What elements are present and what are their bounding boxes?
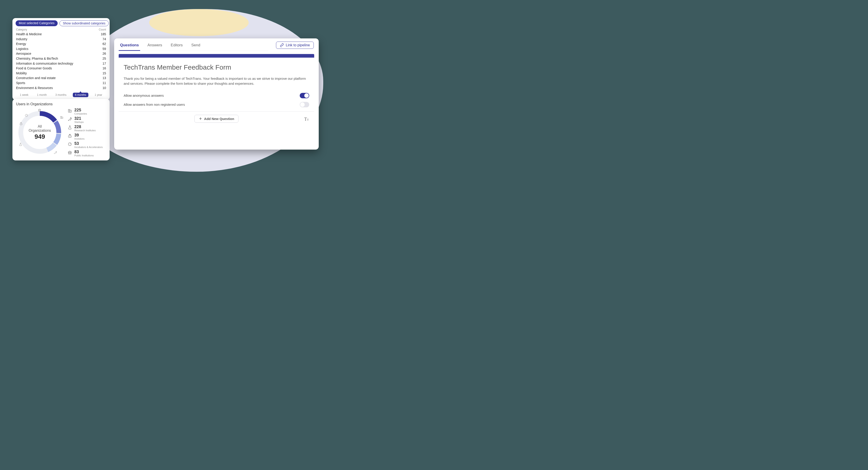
org-stat-label: Public Institutions <box>74 154 94 157</box>
category-label: Food & Consumer Goods <box>16 66 52 71</box>
category-label: Logistics <box>16 47 28 51</box>
category-row: Chemistry, Pharma & BioTech25 <box>16 56 106 61</box>
category-label: Industry <box>16 37 27 41</box>
orgs-donut: All Organizations 949 $ <box>16 109 64 156</box>
orgs-title: Users in Organizations <box>16 102 106 106</box>
toggle-row: Allow answers from non registered users <box>124 100 309 109</box>
link-to-pipeline-button[interactable]: Link to pipeline <box>276 41 314 49</box>
orgs-card: Users in Organizations All Organizations… <box>12 99 110 160</box>
category-label: Mobility <box>16 71 27 76</box>
rocket-icon <box>54 151 57 154</box>
govt-icon <box>38 108 41 112</box>
category-label: Information & communication technology <box>16 61 73 66</box>
link-icon <box>280 43 284 47</box>
category-count: 13 <box>102 76 106 81</box>
category-label: Chemistry, Pharma & BioTech <box>16 57 58 61</box>
org-stat: 228Research Institutes <box>68 125 103 132</box>
time-range-6-months[interactable]: 6 months <box>73 93 88 97</box>
moneybag-icon: $ <box>19 122 23 125</box>
tab-send[interactable]: Send <box>190 41 201 51</box>
categories-pill-subordinated[interactable]: Show subordinated categories <box>59 20 109 26</box>
svg-rect-7 <box>61 116 62 118</box>
category-row: Mobility15 <box>16 71 106 76</box>
org-stat-label: Research Institutes <box>74 129 96 132</box>
add-question-button[interactable]: Add New Question <box>194 115 239 123</box>
add-question-label: Add New Question <box>204 117 234 121</box>
org-stat-value: 83 <box>74 150 94 154</box>
category-row: Sports11 <box>16 81 106 86</box>
form-title: TechTrans Member Feedback Form <box>124 63 309 71</box>
link-to-pipeline-label: Link to pipeline <box>286 43 310 47</box>
category-count: 11 <box>102 81 106 86</box>
toggle-label: Allow answers from non registered users <box>124 102 185 106</box>
org-stat-value: 53 <box>74 142 103 146</box>
form-accent-bar <box>119 54 314 58</box>
tab-answers[interactable]: Answers <box>147 41 163 51</box>
gauge-icon <box>68 142 72 147</box>
toggle-row: Allow anonymous answers <box>124 91 309 100</box>
donut-label-b: Organizations <box>29 129 51 133</box>
category-label: Energy <box>16 42 26 46</box>
toggle-label: Allow anonymous answers <box>124 94 164 97</box>
org-stat-label: Investors <box>74 137 85 140</box>
org-stat-value: 228 <box>74 125 96 129</box>
org-stat-value: 321 <box>74 116 84 120</box>
categories-card: Most selected Categories Show subordinat… <box>12 18 110 100</box>
donut-label-a: All <box>38 125 42 129</box>
category-label: Environment & Resources <box>16 86 53 90</box>
category-row: Information & communication technology17 <box>16 61 106 66</box>
time-range-1-week[interactable]: 1 week <box>18 93 31 97</box>
categories-pill-active[interactable]: Most selected Categories <box>16 20 58 26</box>
org-stat: 225Companies <box>68 108 103 115</box>
org-stat: 321Startups <box>68 116 103 123</box>
category-row: Logistics59 <box>16 46 106 52</box>
svg-rect-10 <box>70 110 71 112</box>
org-stat-value: 39 <box>74 133 85 137</box>
text-size-icon[interactable]: TT <box>304 117 309 122</box>
org-stat: 83Public Institutions <box>68 150 103 157</box>
svg-text:$: $ <box>69 135 70 137</box>
category-label: Sports <box>16 81 25 86</box>
category-label: Construction and real estate <box>16 76 56 81</box>
categories-header: Category Count <box>16 28 106 32</box>
categories-header-right: Count <box>99 28 106 31</box>
donut-value: 949 <box>35 133 45 140</box>
toggle-switch[interactable] <box>300 102 309 107</box>
category-count: 59 <box>102 47 106 51</box>
org-stat: 53Incubators & Accelerators <box>68 142 103 149</box>
category-count: 16 <box>102 66 106 71</box>
org-stat: $39Investors <box>68 133 103 140</box>
building-icon <box>68 108 72 113</box>
category-count: 26 <box>102 52 106 56</box>
categories-header-left: Category <box>16 28 27 31</box>
category-row: Environment & Resources10 <box>16 86 106 91</box>
category-count: 62 <box>102 42 106 46</box>
gauge-icon <box>25 114 28 117</box>
svg-rect-9 <box>68 109 70 112</box>
category-row: Food & Consumer Goods16 <box>16 66 106 71</box>
building-icon <box>60 116 64 119</box>
svg-text:$: $ <box>21 123 22 125</box>
category-count: 25 <box>102 57 106 61</box>
category-label: Aerospace <box>16 52 31 56</box>
tab-questions[interactable]: Questions <box>119 41 140 51</box>
org-stat-label: Startups <box>74 121 84 123</box>
category-row: Construction and real estate13 <box>16 76 106 81</box>
time-range-3-months[interactable]: 3 months <box>53 93 69 97</box>
form-description: Thank you for being a valued member of T… <box>124 76 309 86</box>
org-stat-label: Incubators & Accelerators <box>74 146 103 149</box>
rocket-icon <box>68 117 72 121</box>
category-row: Health & Medicine185 <box>16 32 106 37</box>
svg-rect-8 <box>62 117 63 119</box>
toggle-switch[interactable] <box>300 93 309 98</box>
org-stat-value: 225 <box>74 108 87 112</box>
category-count: 17 <box>102 61 106 66</box>
category-row: Aerospace26 <box>16 51 106 56</box>
govt-icon <box>68 150 72 155</box>
category-count: 185 <box>101 32 106 37</box>
category-row: Industry74 <box>16 37 106 42</box>
org-stat-label: Companies <box>74 113 87 115</box>
time-range-1-month[interactable]: 1 month <box>35 93 49 97</box>
time-range-1-year[interactable]: 1 year <box>92 93 104 97</box>
tab-editors[interactable]: Editors <box>170 41 184 51</box>
